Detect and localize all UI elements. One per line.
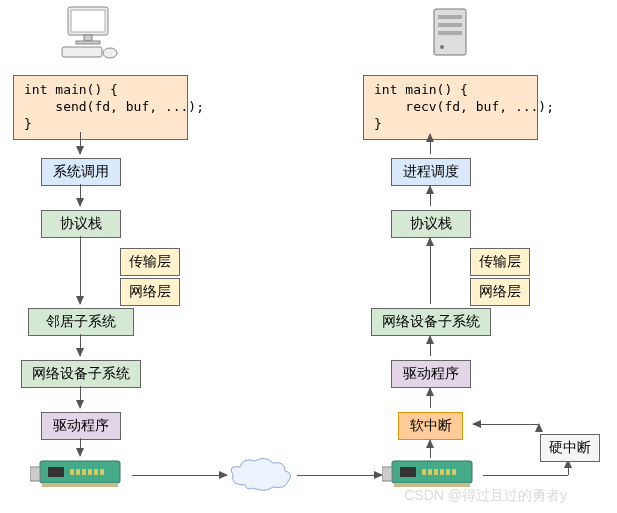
svg-rect-19 bbox=[100, 469, 104, 475]
svg-point-5 bbox=[103, 48, 117, 58]
svg-rect-22 bbox=[382, 467, 392, 481]
computer-icon bbox=[60, 5, 120, 60]
right-hardirq: 硬中断 bbox=[540, 434, 600, 462]
svg-rect-28 bbox=[446, 469, 450, 475]
server-icon bbox=[430, 5, 470, 60]
watermark: CSDN @得过且过的勇者y bbox=[404, 487, 567, 505]
svg-rect-12 bbox=[30, 467, 40, 481]
right-softirq: 软中断 bbox=[398, 412, 463, 440]
svg-rect-24 bbox=[422, 469, 426, 475]
svg-rect-15 bbox=[76, 469, 80, 475]
svg-rect-8 bbox=[438, 23, 462, 27]
svg-rect-2 bbox=[84, 35, 92, 41]
left-driver: 驱动程序 bbox=[41, 412, 121, 440]
svg-rect-17 bbox=[88, 469, 92, 475]
svg-point-10 bbox=[440, 45, 444, 49]
right-sched: 进程调度 bbox=[391, 158, 471, 186]
cloud-icon bbox=[225, 455, 295, 495]
nic-left-icon bbox=[30, 455, 130, 495]
svg-rect-13 bbox=[48, 467, 64, 477]
svg-rect-16 bbox=[82, 469, 86, 475]
right-netdev: 网络设备子系统 bbox=[371, 308, 491, 336]
left-neighbor: 邻居子系统 bbox=[28, 308, 134, 336]
svg-rect-26 bbox=[434, 469, 438, 475]
svg-rect-18 bbox=[94, 469, 98, 475]
right-protocol: 协议栈 bbox=[391, 210, 471, 238]
svg-rect-9 bbox=[438, 31, 462, 35]
svg-rect-7 bbox=[438, 15, 462, 19]
svg-rect-23 bbox=[400, 467, 416, 477]
left-netdev: 网络设备子系统 bbox=[21, 360, 141, 388]
left-protocol: 协议栈 bbox=[41, 210, 121, 238]
svg-rect-29 bbox=[452, 469, 456, 475]
right-code-box: int main() { recv(fd, buf, ...); } bbox=[363, 75, 538, 140]
svg-rect-20 bbox=[42, 483, 118, 487]
left-syscall: 系统调用 bbox=[41, 158, 121, 186]
svg-rect-14 bbox=[70, 469, 74, 475]
right-transport: 传输层 bbox=[470, 248, 530, 276]
svg-rect-4 bbox=[62, 47, 102, 57]
svg-rect-27 bbox=[440, 469, 444, 475]
left-network: 网络层 bbox=[120, 278, 180, 306]
svg-rect-1 bbox=[71, 10, 105, 32]
svg-rect-25 bbox=[428, 469, 432, 475]
svg-rect-3 bbox=[76, 41, 100, 44]
left-code-box: int main() { send(fd, buf, ...); } bbox=[13, 75, 188, 140]
right-driver: 驱动程序 bbox=[391, 360, 471, 388]
right-network: 网络层 bbox=[470, 278, 530, 306]
left-transport: 传输层 bbox=[120, 248, 180, 276]
